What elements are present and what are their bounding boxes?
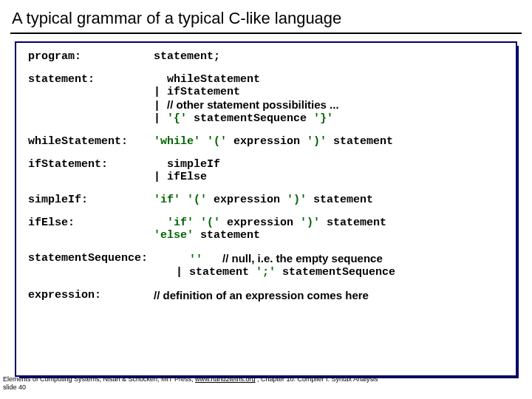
rule-label: ifStatement: — [28, 158, 154, 171]
rule-body: 'if' '(' expression ')' statement 'else'… — [154, 216, 504, 242]
rule-if-statement: ifStatement: simpleIf | ifElse — [28, 158, 504, 183]
nonterminal: | statement — [176, 266, 256, 279]
alt-4: | '{' statementSequence '}' — [154, 112, 504, 125]
rule-label: ifElse: — [28, 216, 154, 229]
terminal: ')' — [307, 135, 327, 148]
terminal: '' — [189, 253, 202, 266]
rule-while-statement: whileStatement: 'while' '(' expression '… — [28, 135, 504, 148]
alt-1: whileStatement — [154, 73, 504, 86]
terminal: ')' — [300, 216, 320, 229]
nonterminal: expression — [207, 194, 287, 206]
alt-prefix: | — [154, 112, 167, 125]
footer-text-2: , Chapter 10: Compiler I: Syntax Analysi… — [255, 375, 378, 383]
rule-statement-sequence: statementSequence: '' // null, i.e. the … — [28, 252, 504, 279]
rule-program: program: statement; — [28, 50, 504, 63]
title-divider — [10, 33, 522, 34]
nonterminal: statement — [307, 194, 373, 206]
rule-if-else: ifElse: 'if' '(' expression ')' statemen… — [28, 216, 504, 242]
terminal: '{' — [167, 112, 187, 125]
terminal: 'if' '(' — [154, 194, 207, 206]
rule-statement: statement: whileStatement | ifStatement … — [28, 73, 504, 125]
alt-1: simpleIf — [154, 158, 504, 171]
indent — [176, 253, 189, 266]
rule-label: program: — [28, 50, 154, 63]
comment-text: // null, i.e. the empty sequence — [222, 252, 383, 265]
nonterminal: statement — [320, 216, 386, 229]
rule-body: 'if' '(' expression ')' statement — [154, 194, 504, 206]
comment-text: // other statement possibilities ... — [167, 98, 339, 111]
rule-label: expression: — [28, 289, 154, 301]
alt-2: | ifStatement — [154, 86, 504, 98]
nonterminal: expression — [220, 216, 300, 229]
alt-3: | // other statement possibilities ... — [154, 98, 504, 112]
comment-text: // definition of an expression comes her… — [154, 289, 369, 301]
rule-simple-if: simpleIf: 'if' '(' expression ')' statem… — [28, 194, 504, 206]
nonterminal: statementSequence — [187, 112, 313, 125]
alt-2: | ifElse — [154, 171, 504, 183]
grammar-box: program: statement; statement: whileStat… — [15, 41, 517, 377]
terminal: ';' — [256, 266, 276, 279]
nonterminal: statement — [327, 135, 393, 148]
footer-link[interactable]: www.nand2tetris.org — [195, 375, 256, 383]
page-title: A typical grammar of a typical C-like la… — [12, 9, 522, 28]
rule-body: // definition of an expression comes her… — [154, 289, 504, 303]
terminal: '}' — [313, 112, 333, 125]
footer-slide-number: slide 40 — [3, 383, 26, 391]
rule-body: simpleIf | ifElse — [154, 158, 504, 183]
slide: A typical grammar of a typical C-like la… — [0, 0, 532, 399]
line-2: 'else' statement — [154, 229, 504, 242]
nonterminal: statementSequence — [276, 266, 395, 279]
alt-1: '' // null, i.e. the empty sequence — [176, 252, 504, 266]
rule-label: whileStatement: — [28, 135, 154, 148]
slide-footer: Elements of Computing Systems, Nisan & S… — [3, 375, 378, 392]
alt-prefix: | — [154, 100, 167, 112]
grammar-box-wrap: program: statement; statement: whileStat… — [15, 41, 517, 377]
rule-body: whileStatement | ifStatement | // other … — [154, 73, 504, 125]
terminal: 'while' '(' — [154, 135, 227, 148]
footer-text-1: Elements of Computing Systems, Nisan & S… — [3, 375, 195, 383]
nonterminal: statement — [194, 229, 260, 242]
terminal: 'if' '(' — [167, 216, 220, 229]
line-1: 'if' '(' expression ')' statement — [154, 216, 504, 229]
rule-expression: expression: // definition of an expressi… — [28, 289, 504, 303]
rule-body: '' // null, i.e. the empty sequence | st… — [176, 252, 504, 279]
spacer — [202, 253, 222, 266]
terminal: 'else' — [154, 229, 194, 242]
alt-2: | statement ';' statementSequence — [176, 266, 504, 279]
rule-body: 'while' '(' expression ')' statement — [154, 135, 504, 148]
rule-body: statement; — [154, 50, 504, 63]
rule-label: statement: — [28, 73, 154, 86]
rule-label: simpleIf: — [28, 194, 154, 206]
rule-label: statementSequence: — [28, 252, 176, 265]
terminal: ')' — [287, 194, 307, 206]
nonterminal: expression — [227, 135, 307, 148]
